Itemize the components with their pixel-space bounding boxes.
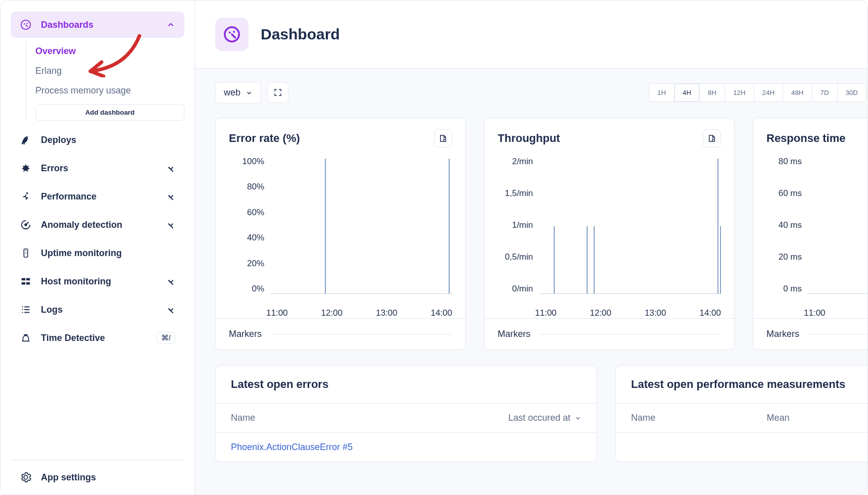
markers-row: Markers xyxy=(216,318,465,350)
latest-errors-card: Latest open errors Name Last occured at … xyxy=(215,365,597,462)
environment-value: web xyxy=(224,87,240,98)
sidebar-item-label: Host monitoring xyxy=(41,276,111,287)
range-7d[interactable]: 7D xyxy=(812,84,838,102)
svg-point-1 xyxy=(24,23,25,24)
col-name[interactable]: Name xyxy=(231,413,255,423)
sidebar-item-process-memory[interactable]: Process memory usage xyxy=(35,81,184,100)
svg-point-15 xyxy=(229,31,231,33)
sidebar-item-label: Time Detective xyxy=(41,333,105,343)
sidebar-item-logs[interactable]: Logs xyxy=(11,295,184,324)
server-icon xyxy=(20,247,32,259)
sidebar-group-dashboards[interactable]: Dashboards xyxy=(11,12,184,38)
chart-card-0: Error rate (%)100%80%60%40%20%0%11:0012:… xyxy=(215,118,466,350)
chevron-down-icon xyxy=(574,415,582,422)
svg-rect-12 xyxy=(26,282,30,285)
add-dashboard-button[interactable]: Add dashboard xyxy=(35,104,184,121)
sidebar-item-label: Errors xyxy=(41,163,68,174)
latest-errors-title: Latest open errors xyxy=(216,366,597,403)
chart-plot: 80 ms60 ms40 ms20 ms0 ms11:0012:00 xyxy=(753,152,867,318)
expand-icon xyxy=(273,88,282,97)
export-button[interactable] xyxy=(703,129,721,147)
chart-plot: 2/min1,5/min1/min0,5/min0/min11:0012:001… xyxy=(485,152,734,318)
page-header: Dashboard xyxy=(195,1,867,69)
col-name[interactable]: Name xyxy=(631,413,655,423)
svg-rect-10 xyxy=(26,278,30,281)
running-icon xyxy=(20,190,32,203)
svg-point-8 xyxy=(25,253,26,254)
range-48h[interactable]: 48H xyxy=(783,84,812,102)
svg-rect-13 xyxy=(24,334,27,336)
sidebar-item-label: Logs xyxy=(41,305,63,315)
fullscreen-button[interactable] xyxy=(267,82,288,103)
sidebar-item-label: Anomaly detection xyxy=(41,220,122,230)
chevron-down-icon xyxy=(166,277,175,286)
chevron-down-icon xyxy=(166,192,175,201)
col-last-occurred[interactable]: Last occured at xyxy=(508,413,582,423)
range-4h[interactable]: 4H xyxy=(674,84,700,102)
detective-icon xyxy=(20,332,32,344)
sidebar-item-performance[interactable]: Performance xyxy=(11,182,184,211)
sidebar-group-label: Dashboards xyxy=(41,20,93,30)
sidebar-item-time-detective[interactable]: Time Detective⌘/ xyxy=(11,324,184,352)
range-12h[interactable]: 12H xyxy=(725,84,754,102)
sidebar-item-label: Deploys xyxy=(41,135,76,145)
keyboard-shortcut: ⌘/ xyxy=(157,332,175,344)
sidebar-item-host-monitoring[interactable]: Host monitoring xyxy=(11,267,184,295)
sidebar-item-label: Uptime monitoring xyxy=(41,248,122,259)
sidebar-item-overview[interactable]: Overview xyxy=(35,42,184,61)
chart-title: Error rate (%) xyxy=(229,132,300,145)
svg-rect-11 xyxy=(22,282,25,285)
svg-point-2 xyxy=(27,23,28,24)
app-settings-label: App settings xyxy=(41,472,96,483)
chart-card-1: Throughput2/min1,5/min1/min0,5/min0/min1… xyxy=(484,118,735,350)
rocket-icon xyxy=(20,134,32,146)
chart-card-2: Response time80 ms60 ms40 ms20 ms0 ms11:… xyxy=(753,118,867,350)
list-icon xyxy=(20,304,32,316)
latest-perf-card: Latest open performance measurements Nam… xyxy=(615,365,867,462)
svg-point-16 xyxy=(233,31,235,33)
chevron-down-icon xyxy=(246,89,253,96)
range-1h[interactable]: 1H xyxy=(649,84,674,102)
error-row[interactable]: Phoenix.ActionClauseError #5 xyxy=(216,433,597,462)
sidebar-item-label: Performance xyxy=(41,191,97,202)
range-24h[interactable]: 24H xyxy=(754,84,783,102)
latest-perf-title: Latest open performance measurements xyxy=(616,366,867,403)
sidebar-item-anomaly-detection[interactable]: Anomaly detection xyxy=(11,211,184,239)
chart-plot: 100%80%60%40%20%0%11:0012:0013:0014:00 xyxy=(216,152,465,318)
gear-icon xyxy=(20,471,32,483)
bug-icon xyxy=(20,162,32,174)
main-area: Dashboard web 1H4H8H12H24H48H7D30D Error… xyxy=(195,1,867,494)
markers-row: Markers xyxy=(485,318,734,350)
export-button[interactable] xyxy=(434,129,452,147)
sidebar-item-errors[interactable]: Errors xyxy=(11,154,184,182)
chevron-up-icon xyxy=(166,20,175,29)
chart-title: Response time xyxy=(766,132,846,145)
sidebar-item-app-settings[interactable]: App settings xyxy=(11,460,184,494)
sidebar: Dashboards Overview Erlang Process memor… xyxy=(1,1,195,494)
environment-selector[interactable]: web xyxy=(215,82,261,104)
dashboard-submenu: Overview Erlang Process memory usage Add… xyxy=(26,42,184,121)
time-range-selector: 1H4H8H12H24H48H7D30D xyxy=(649,83,866,102)
export-icon xyxy=(439,134,448,143)
export-icon xyxy=(707,134,716,143)
chart-title: Throughput xyxy=(498,132,560,145)
svg-point-4 xyxy=(26,192,28,194)
col-mean[interactable]: Mean xyxy=(766,413,789,423)
sidebar-item-erlang[interactable]: Erlang xyxy=(35,62,184,80)
chevron-down-icon xyxy=(166,164,175,173)
header-gauge-icon xyxy=(215,18,249,51)
range-30d[interactable]: 30D xyxy=(838,84,866,102)
bars-icon xyxy=(20,275,32,287)
page-title: Dashboard xyxy=(261,26,340,43)
toolbar: web 1H4H8H12H24H48H7D30D xyxy=(215,82,867,104)
chevron-down-icon xyxy=(166,220,175,229)
svg-rect-9 xyxy=(22,278,25,281)
chevron-down-icon xyxy=(166,305,175,314)
markers-row: Markers xyxy=(753,318,867,350)
range-8h[interactable]: 8H xyxy=(700,84,725,102)
sidebar-item-uptime-monitoring[interactable]: Uptime monitoring xyxy=(11,239,184,267)
svg-point-7 xyxy=(25,251,26,252)
radar-icon xyxy=(20,219,32,231)
sidebar-item-deploys[interactable]: Deploys xyxy=(11,126,184,154)
gauge-icon xyxy=(20,19,32,31)
